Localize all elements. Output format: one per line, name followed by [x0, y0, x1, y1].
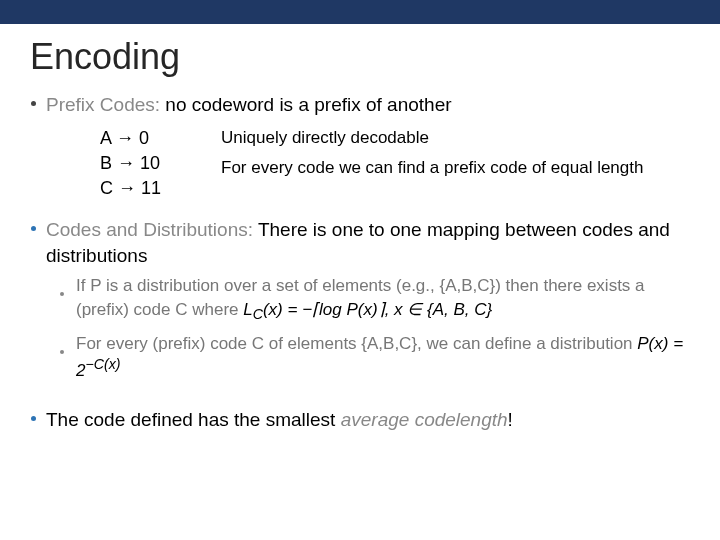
sub1-math: LC(x) = −⌈log P(x)⌉, x ∈ {A, B, C}	[243, 300, 492, 319]
final-a: The code defined has the smallest	[46, 409, 341, 430]
spacer	[30, 389, 690, 407]
code-c: C → 11	[100, 176, 161, 201]
prefix-heading-rest: no codeword is a prefix of another	[160, 94, 452, 115]
bullet-dot-icon	[30, 416, 36, 421]
final-b: average codelength	[341, 409, 508, 430]
bullet-codes-dist: Codes and Distributions: There is one to…	[30, 217, 690, 268]
sub-bullet-2-text: For every (prefix) code C of elements {A…	[76, 332, 690, 383]
bullet-final: The code defined has the smallest averag…	[30, 407, 690, 433]
dist-sub-bullets: If P is a distribution over a set of ele…	[60, 274, 690, 382]
code-b: B → 10	[100, 151, 161, 176]
prefix-desc-1: Uniquely directly decodable	[221, 126, 643, 151]
prefix-heading: Prefix Codes:	[46, 94, 160, 115]
prefix-example-block: A → 0 B → 10 C → 11 Uniquely directly de…	[100, 126, 690, 202]
bullet-dot-icon	[60, 282, 66, 300]
bullet-codes-dist-text: Codes and Distributions: There is one to…	[46, 217, 690, 268]
bullet-final-text: The code defined has the smallest averag…	[46, 407, 513, 433]
title-accent-bar	[0, 0, 720, 24]
bullet-dot-icon	[30, 226, 36, 231]
sub-bullet-2: For every (prefix) code C of elements {A…	[60, 332, 690, 383]
sub-bullet-1: If P is a distribution over a set of ele…	[60, 274, 690, 325]
prefix-codes-column: A → 0 B → 10 C → 11	[100, 126, 221, 202]
prefix-desc-column: Uniquely directly decodable For every co…	[221, 126, 643, 202]
dist-heading: Codes and Distributions:	[46, 219, 253, 240]
code-a: A → 0	[100, 126, 161, 151]
final-c: !	[508, 409, 513, 430]
sub2-prose: For every (prefix) code C of elements {A…	[76, 334, 637, 353]
bullet-dot-icon	[60, 340, 66, 358]
bullet-dot-icon	[30, 101, 36, 106]
slide-body: Encoding Prefix Codes: no codeword is a …	[0, 24, 720, 448]
bullet-prefix-text: Prefix Codes: no codeword is a prefix of…	[46, 92, 452, 118]
prefix-desc-2: For every code we can find a prefix code…	[221, 156, 643, 181]
slide-title: Encoding	[30, 36, 690, 78]
bullet-prefix-codes: Prefix Codes: no codeword is a prefix of…	[30, 92, 690, 118]
sub-bullet-1-text: If P is a distribution over a set of ele…	[76, 274, 690, 325]
